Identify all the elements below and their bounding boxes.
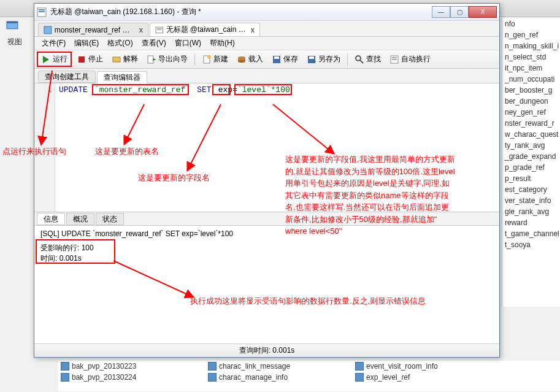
list-item[interactable]: charac_manage_info [205, 372, 353, 383]
tab-monster-reward[interactable]: monster_reward_ref @t... x [38, 23, 148, 36]
table-icon [61, 373, 69, 382]
side-item[interactable]: nfo [502, 18, 560, 29]
tab-label: monster_reward_ref @t... [55, 26, 137, 34]
document-tabs: monster_reward_ref @t... x 无标题 @taiwan_c… [34, 21, 499, 37]
tab-query-editor[interactable]: 查询编辑器 [97, 71, 147, 83]
annotation-run: 点运行来执行语句 [2, 145, 88, 158]
tab-label: 无标题 @taiwan_cain (1... [166, 25, 248, 35]
side-item[interactable]: _grade_expand [502, 151, 560, 162]
side-item[interactable]: p_grade_ref [502, 162, 560, 173]
side-item[interactable]: ber_dungeon [502, 96, 560, 107]
table-icon [61, 362, 69, 371]
save-icon [272, 55, 282, 64]
table-icon [355, 362, 364, 371]
svg-rect-1 [7, 21, 18, 23]
menu-view[interactable]: 查看(V) [138, 37, 170, 50]
svg-rect-3 [39, 9, 45, 10]
side-item[interactable]: p_result [502, 173, 560, 184]
explain-icon [112, 55, 121, 64]
side-item[interactable]: n_select_std [502, 52, 560, 63]
side-item[interactable]: t_game_channel [502, 228, 560, 239]
close-button[interactable]: X [469, 6, 497, 18]
svg-rect-20 [274, 56, 279, 59]
svg-rect-22 [309, 56, 314, 59]
side-item[interactable]: ber_booster_g [502, 85, 560, 96]
highlight-table [92, 84, 189, 95]
export-icon [147, 55, 156, 64]
list-item[interactable]: event_visit_room_info [353, 361, 500, 372]
maximize-button[interactable]: ▢ [450, 6, 469, 18]
side-item[interactable]: _num_occupati [502, 74, 560, 85]
toolbar: 运行 停止 解释 导出向导 新建 载入 保存 另存为 [34, 50, 499, 69]
highlight-expression [234, 84, 292, 95]
list-item[interactable]: bak_pvp_20130224 [58, 372, 205, 383]
tab-close-icon[interactable]: x [251, 26, 255, 34]
tab-query-builder[interactable]: 查询创建工具 [38, 71, 96, 83]
wrap-icon [389, 55, 399, 64]
window-title: 无标题 @taiwan_cain (192.168.1.160) - 查询 * [50, 7, 432, 17]
svg-rect-7 [157, 28, 162, 29]
menu-window[interactable]: 窗口(W) [171, 37, 205, 50]
minimize-button[interactable]: — [432, 6, 450, 18]
tab-info[interactable]: 信息 [37, 213, 65, 225]
list-item[interactable]: exp_level_ref [353, 372, 500, 383]
query-icon [155, 26, 164, 34]
list-item[interactable]: charac_link_message [205, 361, 353, 372]
new-button[interactable]: 新建 [198, 52, 232, 66]
menu-format[interactable]: 格式(O) [104, 37, 136, 50]
result-panel: [SQL] UPDATE `monster_reward_ref` SET ex… [34, 226, 499, 330]
svg-rect-8 [157, 29, 162, 30]
side-item[interactable]: est_category [502, 184, 560, 195]
tab-query-untitled[interactable]: 无标题 @taiwan_cain (1... x [150, 23, 260, 36]
list-item[interactable]: bak_pvp_20130223 [58, 361, 205, 372]
side-item[interactable]: ver_state_info [502, 195, 560, 206]
svg-line-25 [360, 60, 363, 63]
side-item[interactable]: reward [502, 217, 560, 228]
app-icon [37, 7, 47, 17]
side-item[interactable]: w_charac_quest [502, 129, 560, 140]
table-icon [208, 362, 217, 371]
export-button[interactable]: 导出向导 [143, 52, 191, 66]
play-icon [41, 55, 51, 64]
side-item[interactable]: n_making_skill_i [502, 40, 560, 52]
saveas-icon [307, 55, 316, 64]
table-icon [208, 373, 217, 382]
svg-rect-10 [79, 56, 85, 63]
annotation-result: 执行成功这里将显示受语句影响的数据行数量.反之,则显示错误信息 [190, 295, 497, 307]
search-button[interactable]: 查找 [351, 52, 385, 66]
menu-help[interactable]: 帮助(H) [206, 37, 239, 50]
tab-summary[interactable]: 概况 [66, 213, 94, 225]
load-icon [237, 55, 247, 64]
tab-close-icon[interactable]: x [139, 26, 143, 34]
view-label: 视图 [7, 37, 22, 47]
menu-edit[interactable]: 编辑(E) [71, 37, 102, 50]
tab-status[interactable]: 状态 [96, 213, 124, 225]
run-button[interactable]: 运行 [37, 52, 72, 67]
saveas-button[interactable]: 另存为 [303, 52, 344, 66]
annotation-column: 这是要更新的字段名 [138, 172, 210, 184]
explain-button[interactable]: 解释 [108, 52, 142, 66]
wrap-button[interactable]: 自动换行 [386, 52, 434, 66]
svg-rect-4 [39, 11, 45, 12]
side-item[interactable]: t_sooya [502, 239, 560, 250]
stop-button[interactable]: 停止 [73, 52, 107, 66]
side-item[interactable]: it_npc_item [502, 63, 560, 74]
highlight-result [36, 239, 115, 264]
side-item[interactable]: ney_gen_ref [502, 107, 560, 118]
svg-marker-13 [153, 58, 156, 61]
svg-point-24 [356, 56, 361, 61]
side-item[interactable]: nster_reward_r [502, 118, 560, 129]
side-item[interactable]: n_gen_ref [502, 29, 560, 40]
menubar: 文件(F) 编辑(E) 格式(O) 查看(V) 窗口(W) 帮助(H) [34, 37, 499, 50]
save-button[interactable]: 保存 [268, 52, 302, 66]
svg-point-15 [207, 55, 211, 59]
new-icon [202, 55, 212, 64]
side-item[interactable]: gle_rank_avg [502, 206, 560, 217]
side-table-list[interactable]: nfo n_gen_ref n_making_skill_i n_select_… [502, 18, 560, 307]
menu-file[interactable]: 文件(F) [38, 37, 69, 50]
bottom-file-list: bak_pvp_20130223 charac_link_message eve… [58, 361, 560, 391]
titlebar[interactable]: 无标题 @taiwan_cain (192.168.1.160) - 查询 * … [34, 4, 499, 21]
side-item[interactable]: ty_rank_avg [502, 140, 560, 151]
load-button[interactable]: 载入 [233, 52, 267, 66]
table-icon [44, 26, 52, 34]
